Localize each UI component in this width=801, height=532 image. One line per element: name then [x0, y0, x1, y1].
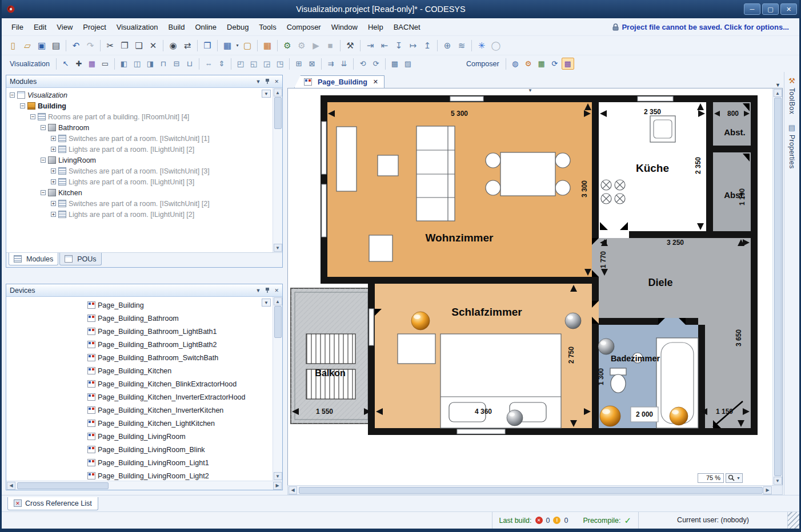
align-middle-button[interactable]: ⊟ [170, 58, 183, 70]
bring-forward-button[interactable]: ◲ [261, 58, 273, 70]
panel-close-button[interactable]: ✕ [274, 288, 279, 293]
scroll-down-button[interactable]: ▼ [774, 477, 782, 485]
pin-icon[interactable] [265, 78, 270, 84]
editor-vscrollbar[interactable]: ▲ ▼ [772, 88, 782, 485]
toolbar-item[interactable] [163, 40, 163, 51]
splitter-handle[interactable]: ▼ [528, 88, 532, 93]
redo-button[interactable]: ↷ [83, 39, 97, 53]
cut-button[interactable]: ✂ [103, 39, 117, 53]
device-item-page-building-kitchen-inverterextractorhood[interactable]: Page_Building_Kitchen_InverterExtractorH… [6, 390, 273, 404]
copy-button[interactable]: ❐ [118, 39, 131, 53]
scroll-right-button[interactable]: ▶ [273, 482, 282, 490]
tab-cross-reference-list[interactable]: ✕ Cross Reference List [7, 497, 98, 510]
scroll-up-button[interactable]: ▲ [774, 89, 782, 97]
resize-grip[interactable] [788, 512, 799, 529]
tree-item-bathroom-switches[interactable]: + Switches are part of a room. [ISwitchU… [6, 133, 273, 144]
expander-icon[interactable]: − [30, 114, 35, 119]
align-center-button[interactable]: ◫ [131, 58, 143, 70]
generate-code-button[interactable]: ⚙ [281, 39, 294, 53]
scrollbar-thumb[interactable] [17, 482, 109, 489]
toolbar-item[interactable] [217, 40, 218, 51]
tree-item-bathroom-lights[interactable]: + Lights are part of a room. [ILightUnit… [6, 144, 273, 155]
scroll-right-button[interactable]: ▶ [763, 486, 772, 494]
step-into-button[interactable]: ⇤ [378, 39, 391, 53]
toolbar-item[interactable] [321, 58, 322, 70]
breakpoint-button[interactable]: ⊕ [440, 39, 454, 53]
device-item-page-building-livingroom-light1[interactable]: Page_Building_LivingRoom_Light1 [6, 456, 273, 469]
distribute-horizontal-button[interactable]: ⇉ [325, 58, 337, 70]
menu-help[interactable]: Help [363, 21, 389, 34]
toolbar-item[interactable] [471, 40, 472, 51]
menu-window[interactable]: Window [326, 21, 363, 34]
tree-item-visualization[interactable]: − Visualization [6, 90, 273, 100]
expander-icon[interactable]: − [10, 92, 15, 98]
menu-debug[interactable]: Debug [222, 21, 254, 34]
step-out-button[interactable]: ↧ [392, 39, 406, 53]
composer-catalog-button[interactable]: ▩ [562, 58, 574, 70]
tree-dropdown-button[interactable]: ▼ [262, 90, 271, 98]
toolbar-item[interactable] [289, 58, 290, 70]
background-button[interactable]: ▩ [389, 58, 401, 70]
delete-button[interactable]: ✕ [146, 39, 160, 53]
simulation-button[interactable]: ✳ [475, 39, 488, 53]
tree-item-kitchen-lights[interactable]: + Lights are part of a room. [ILightUnit… [6, 209, 273, 220]
scroll-left-button[interactable]: ◀ [289, 486, 297, 494]
send-backward-button[interactable]: ◳ [274, 58, 286, 70]
expander-icon[interactable]: + [51, 136, 56, 141]
properties-tab[interactable]: ▤ Properties [788, 123, 796, 169]
scrollbar-thumb[interactable] [299, 487, 763, 494]
toolbar-item[interactable] [100, 40, 101, 51]
tree-item-livingroom-switches[interactable]: + Switches are part of a room. [ISwitchU… [6, 166, 273, 176]
expander-icon[interactable]: + [51, 201, 56, 206]
open-project-button[interactable]: ▱ [21, 39, 34, 53]
new-file-button[interactable]: ▯ [6, 39, 20, 53]
align-bottom-button[interactable]: ⊔ [183, 58, 196, 70]
bring-to-front-button[interactable]: ◰ [234, 58, 247, 70]
toolbar-item[interactable] [385, 58, 386, 70]
lamp-badezimmer-1-icon[interactable] [600, 406, 620, 426]
ungroup-button[interactable]: ⊠ [306, 58, 318, 70]
device-item-page-building-livingroom-light2[interactable]: Page_Building_LivingRoom_Light2 [6, 469, 273, 481]
expander-icon[interactable]: − [41, 190, 46, 195]
multi-copy-button[interactable]: ❒ [201, 39, 214, 53]
step-over-button[interactable]: ⇥ [363, 39, 377, 53]
scrollbar-thumb[interactable] [774, 98, 782, 476]
tab-list-dropdown[interactable]: ▼ [775, 82, 780, 88]
menu-build[interactable]: Build [163, 21, 190, 34]
device-item-page-building-kitchen[interactable]: Page_Building_Kitchen [6, 364, 273, 377]
editor-hscrollbar[interactable]: ◀ ▶ [287, 485, 783, 495]
minimize-button[interactable]: ─ [744, 3, 760, 15]
composer-update-button[interactable]: ⟳ [548, 58, 561, 70]
composer-globe-button[interactable]: ◍ [509, 58, 522, 70]
insert-grid-button[interactable]: ▦ [221, 39, 234, 53]
tree-dropdown-button[interactable]: ▼ [262, 299, 271, 307]
device-item-page-building-kitchen-lightkitchen[interactable]: Page_Building_Kitchen_LightKitchen [6, 417, 273, 430]
menu-view[interactable]: View [51, 21, 78, 34]
expander-icon[interactable]: − [20, 103, 25, 108]
panel-close-button[interactable]: ✕ [274, 79, 279, 84]
composer-config-button[interactable]: ⚙ [522, 58, 535, 70]
toolbar-item[interactable] [257, 40, 258, 51]
device-item-page-building-kitchen-blinkextractorhood[interactable]: Page_Building_Kitchen_BlinkExtractorHood [6, 377, 273, 390]
same-height-button[interactable]: ⇕ [215, 58, 228, 70]
toolbar-item[interactable] [360, 40, 361, 51]
scroll-down-button[interactable]: ▼ [274, 244, 282, 252]
visu-insert-button[interactable]: ✚ [73, 58, 85, 70]
toolbar-item[interactable] [353, 58, 354, 70]
find-replace-button[interactable]: ⇄ [181, 39, 194, 53]
toolbar-item[interactable] [199, 58, 199, 70]
single-cycle-button[interactable]: ↥ [420, 39, 434, 53]
panel-menu-button[interactable]: ▼ [256, 288, 261, 293]
foreground-button[interactable]: ▨ [402, 58, 414, 70]
visu-elements-button[interactable]: ▦ [86, 58, 98, 70]
tree-item-kitchen-switches[interactable]: + Switches are part of a room. [ISwitchU… [6, 198, 273, 209]
online-config-button[interactable]: ⚒ [343, 39, 357, 53]
start-button[interactable]: ▶ [309, 39, 323, 53]
send-to-back-button[interactable]: ◱ [247, 58, 260, 70]
tree-item-livingroom[interactable]: − LivingRoom [6, 155, 273, 166]
flow-control-button[interactable]: ≋ [455, 39, 468, 53]
save-warning-link[interactable]: Project file cannot be saved. Click for … [612, 23, 795, 31]
menu-composer[interactable]: Composer [282, 21, 326, 34]
device-item-page-building-bathroom[interactable]: Page_Building_Bathroom [6, 312, 273, 325]
print-button[interactable]: ▤ [49, 39, 63, 53]
